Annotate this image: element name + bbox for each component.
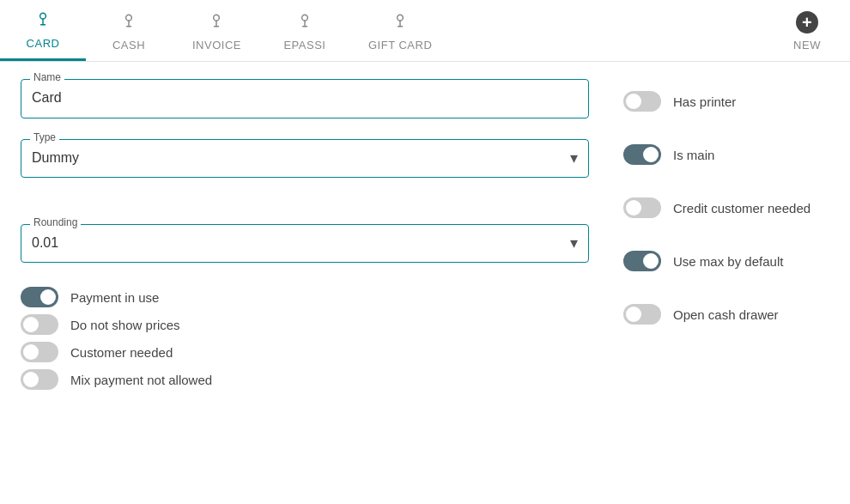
rounding-field-group: Rounding 0.010.050.100.501.00 ▾ (21, 224, 589, 263)
main-content: Name Type DummyCreditDebit ▾ Rounding 0.… (0, 62, 850, 410)
toggle-open-cash-drawer[interactable] (623, 304, 661, 325)
rounding-dropdown-arrow: ▾ (570, 234, 578, 252)
toggle-slider-do-not-show-prices (21, 314, 58, 335)
toggle-label-open-cash-drawer: Open cash drawer (673, 307, 779, 322)
toggle-label-mix-payment-not-allowed: Mix payment not allowed (70, 373, 212, 387)
toggle-slider-open-cash-drawer (623, 304, 661, 325)
toggle-row-do-not-show-prices: Do not show prices (21, 311, 589, 338)
toggle-row-customer-needed: Customer needed (21, 338, 589, 366)
toggle-label-credit-customer-needed: Credit customer needed (673, 201, 811, 216)
tab-label-invoice: INVOICE (192, 39, 241, 52)
toggle-has-printer[interactable] (623, 91, 661, 112)
new-icon: + (796, 11, 818, 33)
svg-point-6 (214, 15, 220, 21)
toggle-slider-payment-in-use (21, 287, 58, 307)
toggle-slider-mix-payment-not-allowed (21, 369, 58, 390)
toggle-row-payment-in-use: Payment in use (21, 283, 589, 311)
rounding-label: Rounding (30, 216, 81, 228)
right-column: Has printer Is main Credit customer need… (623, 79, 829, 393)
svg-point-0 (40, 13, 46, 19)
toggle-slider-customer-needed (21, 342, 58, 362)
tab-giftcard[interactable]: GIFT CARD (348, 0, 452, 61)
svg-point-9 (302, 15, 308, 21)
tab-icon-cash (120, 12, 137, 33)
name-field-group: Name (21, 79, 589, 118)
tab-bar: CARD CASH INVOICE (0, 0, 850, 62)
toggle-row-credit-customer-needed: Credit customer needed (623, 194, 829, 222)
rounding-select[interactable]: 0.010.050.100.501.00 (32, 232, 570, 253)
toggle-label-payment-in-use: Payment in use (70, 290, 159, 305)
svg-point-12 (398, 15, 404, 21)
toggle-mix-payment-not-allowed[interactable] (21, 369, 58, 390)
tab-epassi[interactable]: EPASSI (262, 0, 348, 61)
toggle-row-is-main: Is main (623, 141, 829, 168)
tab-label-giftcard: GIFT CARD (368, 39, 432, 52)
tab-icon-giftcard (392, 12, 409, 33)
toggle-row-use-max-by-default: Use max by default (623, 247, 829, 275)
tab-icon-card (34, 10, 52, 32)
toggle-row-has-printer: Has printer (623, 88, 829, 115)
toggle-payment-in-use[interactable] (21, 287, 58, 307)
tab-new[interactable]: + NEW (764, 0, 850, 61)
toggle-label-is-main: Is main (673, 148, 714, 162)
tab-icon-invoice (208, 12, 225, 33)
svg-point-3 (126, 15, 132, 21)
toggle-label-do-not-show-prices: Do not show prices (70, 318, 180, 332)
toggle-label-customer-needed: Customer needed (70, 345, 173, 360)
tab-label-cash: CASH (112, 39, 145, 52)
left-toggles: Payment in use Do not show prices Custom… (21, 283, 589, 393)
tab-label-card: CARD (27, 37, 60, 50)
toggle-credit-customer-needed[interactable] (623, 197, 661, 218)
name-label: Name (30, 71, 64, 83)
tab-cash[interactable]: CASH (86, 0, 172, 61)
toggle-slider-credit-customer-needed (623, 197, 661, 218)
name-input[interactable] (32, 87, 578, 109)
toggle-label-has-printer: Has printer (673, 94, 736, 109)
left-column: Name Type DummyCreditDebit ▾ Rounding 0.… (21, 79, 589, 393)
toggle-do-not-show-prices[interactable] (21, 314, 58, 335)
type-field-group: Type DummyCreditDebit ▾ (21, 139, 589, 178)
tab-card[interactable]: CARD (0, 0, 86, 61)
type-dropdown-arrow: ▾ (570, 149, 578, 167)
toggle-row-open-cash-drawer: Open cash drawer (623, 301, 829, 328)
toggle-customer-needed[interactable] (21, 342, 58, 362)
tab-label-epassi: EPASSI (283, 39, 325, 52)
tab-label-new: NEW (793, 39, 821, 52)
toggle-slider-has-printer (623, 91, 661, 112)
tab-invoice[interactable]: INVOICE (172, 0, 262, 61)
type-select[interactable]: DummyCreditDebit (32, 147, 570, 168)
toggle-use-max-by-default[interactable] (623, 251, 661, 271)
toggle-slider-use-max-by-default (623, 251, 661, 271)
type-label: Type (30, 131, 59, 143)
toggle-slider-is-main (623, 144, 661, 165)
toggle-is-main[interactable] (623, 144, 661, 165)
toggle-label-use-max-by-default: Use max by default (673, 254, 783, 269)
toggle-row-mix-payment-not-allowed: Mix payment not allowed (21, 366, 589, 393)
tab-icon-epassi (296, 12, 313, 33)
